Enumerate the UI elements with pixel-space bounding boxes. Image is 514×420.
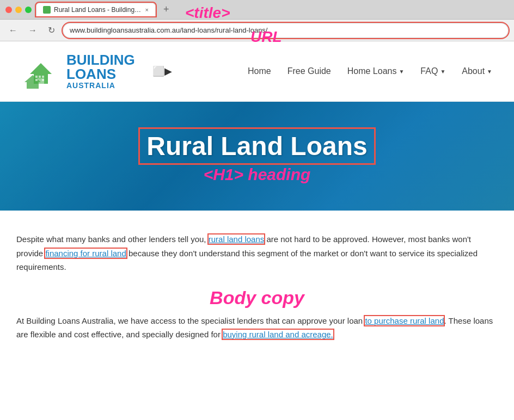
hero-title-block: Rural Land Loans <H1> heading: [140, 129, 374, 184]
nav-free-guide[interactable]: Free Guide: [287, 66, 331, 76]
nav-faq[interactable]: FAQ ▼: [420, 66, 445, 76]
nav-home[interactable]: Home: [248, 66, 271, 76]
tab-title: Rural Land Loans - Building Lo: [54, 6, 142, 14]
address-bar[interactable]: [63, 23, 509, 38]
nav-home-loans[interactable]: Home Loans ▼: [347, 66, 405, 76]
new-tab-button[interactable]: +: [160, 4, 173, 15]
buying-rural-land-link[interactable]: buying rural land and acreage.: [223, 330, 333, 339]
logo-australia: AUSTRALIA: [66, 81, 135, 90]
page-h1: Rural Land Loans: [140, 129, 374, 163]
nav-about[interactable]: About ▼: [462, 66, 492, 76]
svg-rect-6: [39, 76, 41, 78]
close-button[interactable]: [5, 7, 12, 13]
svg-rect-7: [42, 76, 44, 78]
browser-chrome: Rural Land Loans - Building Lo × + ← → ↻: [0, 0, 514, 41]
svg-rect-8: [35, 79, 38, 81]
tab-favicon-icon: [43, 6, 51, 14]
maximize-button[interactable]: [25, 7, 32, 13]
faq-dropdown-icon: ▼: [440, 69, 445, 75]
site-header: BUILDING LOANS AUSTRALIA ⬜▶ Home Free Gu…: [0, 41, 514, 102]
home-loans-dropdown-icon: ▼: [399, 69, 404, 75]
minimize-button[interactable]: [15, 7, 22, 13]
hero-banner: Rural Land Loans <H1> heading: [0, 102, 514, 211]
svg-rect-4: [27, 82, 39, 89]
about-dropdown-icon: ▼: [487, 69, 492, 75]
rural-land-loans-link[interactable]: rural land loans: [209, 234, 265, 244]
para2-text-before: At Building Loans Australia, we have acc…: [16, 316, 365, 325]
logo-icon: [22, 52, 60, 90]
traffic-lights: [5, 7, 32, 13]
page-content: Despite what many banks and other lender…: [0, 211, 514, 376]
logo-loans: LOANS: [66, 67, 135, 81]
back-button[interactable]: ←: [5, 23, 21, 38]
cursor-indicator: ⬜▶: [152, 65, 172, 77]
body-paragraph-2: At Building Loans Australia, we have acc…: [16, 314, 498, 342]
tab-close-button[interactable]: ×: [145, 7, 149, 13]
main-nav: Home Free Guide Home Loans ▼ FAQ ▼ About…: [248, 66, 492, 76]
svg-marker-0: [30, 63, 52, 74]
refresh-button[interactable]: ↻: [45, 23, 58, 38]
browser-tab[interactable]: Rural Land Loans - Building Lo ×: [36, 3, 156, 16]
forward-button[interactable]: →: [25, 23, 40, 38]
logo-area: BUILDING LOANS AUSTRALIA ⬜▶: [22, 52, 172, 90]
browser-titlebar: Rural Land Loans - Building Lo × +: [0, 0, 514, 20]
logo-building: BUILDING: [66, 53, 135, 67]
financing-rural-land-link[interactable]: financing for rural land: [45, 249, 126, 258]
body-paragraph-1: Despite what many banks and other lender…: [16, 232, 498, 274]
logo-text: BUILDING LOANS AUSTRALIA: [66, 53, 135, 90]
website-content: BUILDING LOANS AUSTRALIA ⬜▶ Home Free Gu…: [0, 41, 514, 376]
body-copy-annotation: Body copy: [16, 287, 498, 308]
h1-annotation: <H1> heading: [140, 165, 374, 184]
para1-text-before: Despite what many banks and other lender…: [16, 234, 209, 244]
svg-rect-5: [35, 76, 38, 78]
purchase-rural-land-link[interactable]: to purchase rural land: [365, 316, 444, 325]
svg-rect-9: [42, 79, 44, 81]
browser-toolbar: ← → ↻: [0, 20, 514, 41]
